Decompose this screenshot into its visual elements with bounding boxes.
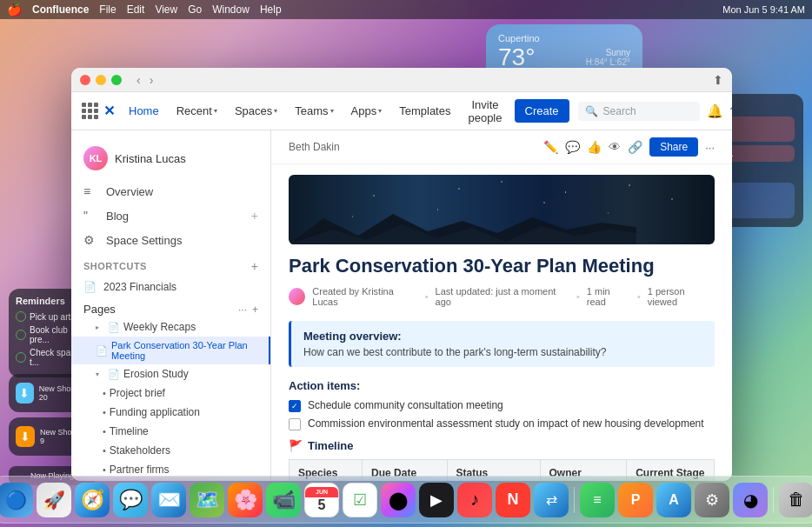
menu-window[interactable]: Window: [212, 3, 250, 16]
timeline-title: Timeline: [308, 439, 354, 452]
nav-arrows: ‹ ›: [134, 73, 156, 87]
help-icon[interactable]: ?: [730, 103, 732, 118]
action-label-2: Commission environmental assessment stud…: [308, 417, 704, 430]
search-icon: 🔍: [585, 105, 598, 117]
stakeholders-icon: •: [103, 445, 106, 456]
watched-icon[interactable]: 👁: [609, 140, 621, 154]
dock-safari[interactable]: 🧭: [75, 483, 110, 517]
page-tree-stakeholders[interactable]: • Stakeholders: [71, 441, 270, 460]
shortcuts-header: SHORTCUTS +: [71, 252, 270, 277]
confluence-window: ‹ › ⬆ ✕ Home Recent▾ Spaces▾ Teams▾ Apps…: [71, 68, 732, 481]
menu-app[interactable]: Confluence: [32, 3, 89, 16]
dock-system-settings[interactable]: ⚙: [695, 483, 729, 517]
shortcuts-add-icon[interactable]: +: [251, 259, 258, 273]
action-items-title: Action items:: [289, 379, 715, 392]
share-button[interactable]: Share: [649, 137, 698, 157]
dock-arc2[interactable]: ◕: [733, 483, 768, 517]
dock-music[interactable]: ♪: [457, 483, 492, 517]
search-placeholder: Search: [603, 105, 636, 117]
dock-finder[interactable]: 🔵: [0, 483, 33, 517]
dock-photos[interactable]: 🌸: [228, 483, 263, 517]
menu-view[interactable]: View: [155, 3, 177, 16]
menu-go[interactable]: Go: [188, 3, 202, 16]
page-tree-erosion[interactable]: ▾ 📄 Erosion Study: [71, 364, 270, 384]
dock-launchpad[interactable]: 🚀: [37, 483, 71, 517]
dock-mail[interactable]: ✉️: [151, 483, 186, 517]
menu-file[interactable]: File: [99, 3, 116, 16]
sidebar-shortcut-financials[interactable]: 📄 2023 Financials: [71, 277, 270, 297]
last-updated: Last updated: just a moment ago: [436, 286, 569, 307]
dock-reminders[interactable]: ☑: [343, 483, 377, 517]
menu-help[interactable]: Help: [260, 3, 282, 16]
action-item-2: Commission environmental assessment stud…: [289, 417, 715, 430]
checkbox-1[interactable]: ✓: [289, 400, 301, 412]
weather-hilo: H:84° L:62°: [586, 57, 630, 67]
nav-recent[interactable]: Recent▾: [170, 99, 224, 123]
shortcut-icon-1: ⬇: [16, 383, 34, 404]
hero-mountains-svg: [289, 214, 636, 244]
dock-facetime[interactable]: 📹: [266, 483, 301, 517]
comment-icon[interactable]: 💬: [565, 140, 580, 154]
window-share-icon[interactable]: ⬆: [713, 73, 723, 87]
page-tree-park-conservation[interactable]: 📄 Park Conservation 30-Year Plan Meeting: [71, 337, 270, 364]
grid-icon[interactable]: [82, 103, 98, 119]
bell-icon[interactable]: 🔔: [707, 103, 723, 119]
dock-arc[interactable]: ⬤: [381, 483, 416, 517]
forward-arrow[interactable]: ›: [147, 73, 156, 87]
page-tree-timeline[interactable]: • Timeline: [71, 422, 270, 441]
page-tree-funding[interactable]: • Funding application: [71, 403, 270, 422]
page-tree-project-brief[interactable]: • Project brief: [71, 384, 270, 403]
checkbox-2[interactable]: [289, 418, 301, 430]
menu-bar: 🍎 Confluence File Edit View Go Window He…: [0, 0, 812, 19]
sidebar-overview[interactable]: ≡ Overview: [71, 179, 270, 203]
page-content: Park Conservation 30-Year Plan Meeting C…: [271, 255, 732, 481]
nav-apps[interactable]: Apps▾: [344, 99, 389, 123]
dock-appletv[interactable]: ▶: [419, 483, 454, 517]
apple-menu[interactable]: 🍎: [7, 3, 22, 17]
pages-add-icon[interactable]: +: [252, 304, 258, 316]
page-tree-weekly-recaps[interactable]: ▸ 📄 Weekly Recaps: [71, 317, 270, 337]
reminder-circle-2: [16, 330, 26, 340]
minimize-button[interactable]: [96, 75, 106, 85]
dock-trash[interactable]: 🗑: [779, 483, 812, 517]
created-by: Created by Kristina Lucas: [312, 286, 417, 307]
nav-home[interactable]: Home: [122, 99, 166, 123]
sidebar-blog[interactable]: " Blog +: [71, 203, 270, 228]
dock: 🔵 🚀 🧭 💬 ✉️ 🗺️ 🌸 📹 JUN 5 ☑ ⬤ ▶ ♪ N ⇄ ≡ P …: [0, 476, 812, 524]
park-icon: 📄: [96, 345, 108, 357]
close-button[interactable]: [80, 75, 90, 85]
reminder-circle-3: [16, 352, 26, 363]
dock-pages[interactable]: P: [618, 483, 653, 517]
meta-avatar: [289, 288, 305, 305]
dock-maps[interactable]: 🗺️: [190, 483, 224, 517]
link-icon[interactable]: 🔗: [628, 140, 642, 154]
dock-messages[interactable]: 💬: [113, 483, 148, 517]
funding-icon: •: [103, 407, 106, 417]
space-settings-icon: ⚙: [83, 233, 99, 247]
create-button[interactable]: Create: [515, 99, 569, 123]
action-item-1: ✓ Schedule community consultation meetin…: [289, 399, 715, 412]
confluence-navbar: ✕ Home Recent▾ Spaces▾ Teams▾ Apps▾ Temp…: [71, 92, 732, 130]
menu-edit[interactable]: Edit: [127, 3, 145, 16]
sidebar-space-settings[interactable]: ⚙ Space Settings: [71, 228, 270, 252]
timeline-header: 🚩 Timeline: [289, 439, 715, 452]
dock-calendar[interactable]: JUN 5: [304, 483, 339, 517]
maximize-button[interactable]: [111, 75, 122, 85]
invite-button[interactable]: Invite people: [461, 93, 509, 130]
dock-numbers[interactable]: ≡: [580, 483, 615, 517]
pages-more-icon[interactable]: ···: [238, 304, 247, 316]
nav-spaces[interactable]: Spaces▾: [228, 99, 284, 123]
dock-news[interactable]: N: [496, 483, 530, 517]
more-options-icon[interactable]: ···: [705, 141, 715, 154]
like-icon[interactable]: 👍: [587, 140, 602, 154]
nav-templates[interactable]: Templates: [392, 99, 457, 123]
page-meta: Created by Kristina Lucas • Last updated…: [289, 286, 715, 307]
dock-migrate[interactable]: ⇄: [534, 483, 569, 517]
nav-teams[interactable]: Teams▾: [288, 99, 340, 123]
search-area[interactable]: 🔍 Search: [578, 102, 700, 121]
dock-appstore[interactable]: A: [656, 483, 691, 517]
blog-add-icon[interactable]: +: [251, 209, 258, 223]
edit-icon[interactable]: ✏️: [543, 140, 558, 154]
back-arrow[interactable]: ‹: [134, 73, 143, 87]
shortcuts-label: SHORTCUTS: [83, 261, 147, 271]
